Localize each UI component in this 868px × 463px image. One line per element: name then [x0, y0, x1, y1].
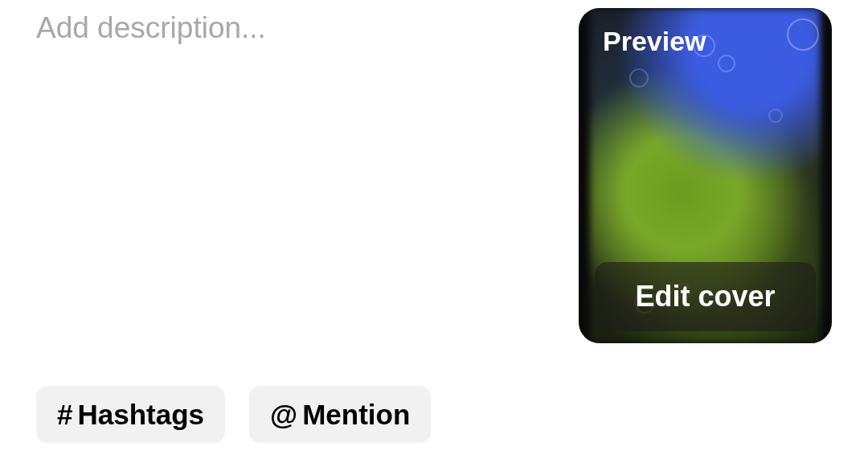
- hash-icon: #: [57, 400, 72, 428]
- at-icon: @: [270, 400, 297, 428]
- preview-label: Preview: [603, 26, 706, 57]
- edit-cover-button[interactable]: Edit cover: [595, 262, 816, 331]
- video-preview-card[interactable]: Preview Edit cover: [579, 8, 832, 343]
- mention-button-label: Mention: [302, 400, 410, 428]
- compose-buttons-row: # Hashtags @ Mention: [36, 386, 431, 443]
- post-compose-screen: Preview Edit cover # Hashtags @ Mention: [0, 0, 868, 463]
- mention-button[interactable]: @ Mention: [249, 386, 431, 443]
- hashtags-button[interactable]: # Hashtags: [36, 386, 225, 443]
- hashtags-button-label: Hashtags: [77, 400, 204, 428]
- description-input[interactable]: [36, 11, 534, 79]
